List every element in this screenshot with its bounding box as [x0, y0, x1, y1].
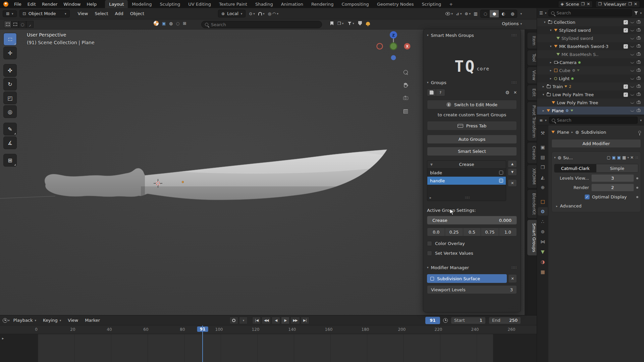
xray-toggle[interactable]: ▥: [474, 12, 477, 16]
workspace-tab-sculpting[interactable]: Sculpting: [156, 0, 184, 8]
animate-dot-icon[interactable]: [636, 196, 638, 198]
editor-type-dropdown[interactable]: ▾: [545, 11, 547, 15]
settings-gear-icon[interactable]: ⚙: [505, 90, 509, 95]
help-button[interactable]: ?: [436, 89, 445, 96]
disable-render-icon[interactable]: [637, 69, 641, 72]
tab-pivot-transform[interactable]: Pivot Transform: [527, 102, 537, 141]
switch-edit-mode-button[interactable]: i Switch to Edit Mode: [427, 100, 517, 109]
show-in-edit-mode-toggle[interactable]: ▣: [612, 156, 615, 160]
end-frame-field[interactable]: End 250: [489, 317, 521, 324]
hide-viewport-icon[interactable]: [630, 69, 634, 71]
crease-slider[interactable]: Crease 0.000: [427, 216, 517, 225]
preview-range-icon[interactable]: [443, 318, 448, 323]
tab-view-layer[interactable]: ❐: [538, 163, 548, 171]
tool-add-cube[interactable]: ⊞: [3, 154, 17, 167]
filter-dropdown[interactable]: ▾: [347, 22, 354, 25]
expand-arrow-icon[interactable]: ▸: [542, 109, 545, 112]
optimal-display-checkbox[interactable]: ✓: [585, 194, 590, 199]
disable-render-icon[interactable]: [637, 93, 641, 96]
workspace-tab-scripting[interactable]: Scripting: [418, 0, 445, 8]
new-view-layer-icon[interactable]: ❐: [628, 2, 632, 6]
breadcrumb-object[interactable]: Plane: [557, 130, 569, 135]
unlink-scene-icon[interactable]: ✕: [587, 2, 590, 6]
perspective-toggle-button[interactable]: [401, 107, 410, 116]
preset-075[interactable]: 0.75: [481, 228, 499, 236]
options-dropdown[interactable]: Options▾: [502, 21, 522, 26]
tab-material[interactable]: ◑: [538, 257, 548, 266]
tab-object[interactable]: □: [538, 197, 548, 205]
add-workspace-button[interactable]: +: [445, 0, 457, 8]
animate-dot-icon[interactable]: [636, 187, 638, 189]
groups-section-header[interactable]: ▾ Groups ∷∷: [427, 79, 517, 86]
viewport-levels-field[interactable]: Viewport Levels 3: [427, 285, 517, 294]
move-group-up-button[interactable]: ▲: [508, 160, 517, 168]
tool-search[interactable]: [201, 21, 322, 28]
menu-edit[interactable]: Edit: [24, 0, 39, 8]
outliner-row-mk-basemesh-data[interactable]: MK BaseMesh S..: [537, 50, 644, 58]
outliner-row-cube[interactable]: ▸ Cube ⚙: [537, 66, 644, 74]
collapse-icon[interactable]: ▾: [427, 34, 429, 37]
tool-transform[interactable]: ◎: [3, 105, 17, 118]
menu-add[interactable]: Add: [112, 11, 127, 16]
catmull-clark-tab[interactable]: Catmull-Clark: [554, 164, 596, 172]
hide-viewport-icon[interactable]: [630, 85, 634, 87]
preset-025[interactable]: 0.25: [445, 228, 463, 236]
grid-toggle[interactable]: ⊞: [183, 21, 186, 25]
disable-render-icon[interactable]: [637, 45, 641, 48]
timeline-body[interactable]: [0, 334, 537, 362]
press-tab-button[interactable]: ••• Press Tab: [427, 121, 517, 130]
properties-editor-icon[interactable]: ≡: [539, 118, 543, 122]
shading-material-button[interactable]: ◐: [499, 10, 508, 17]
workspace-tab-layout[interactable]: Layout: [105, 0, 128, 8]
editor-type-dropdown[interactable]: ▾: [545, 119, 547, 122]
menu-view[interactable]: View: [65, 318, 81, 323]
hide-viewport-icon[interactable]: [630, 29, 634, 31]
animate-dot-icon[interactable]: [636, 177, 638, 179]
preset-0[interactable]: 0.0: [427, 228, 445, 236]
outliner-row-light[interactable]: ▸ Light: [537, 74, 644, 82]
menu-render[interactable]: Render: [39, 0, 60, 8]
auto-groups-button[interactable]: Auto Groups: [427, 135, 517, 144]
filter-triangle-icon[interactable]: ▼: [430, 163, 433, 166]
group-list-header[interactable]: ▼ Crease: [427, 161, 506, 169]
disable-render-icon[interactable]: [637, 29, 641, 32]
tab-item[interactable]: Item: [527, 32, 537, 49]
menu-view[interactable]: View: [74, 11, 92, 16]
outliner-search-input[interactable]: [556, 10, 629, 15]
tool-move[interactable]: ✜: [3, 64, 17, 77]
circle-toggle[interactable]: ◌: [176, 21, 179, 25]
outliner-row-palm-tree[interactable]: ▾ Low Poly Palm Tree ✓: [537, 90, 644, 99]
tab-smart-groups[interactable]: Smart Groups: [527, 220, 537, 256]
preset-05[interactable]: 0.5: [463, 228, 481, 236]
expand-arrow-icon[interactable]: ▾: [543, 20, 546, 24]
workspace-tab-compositing[interactable]: Compositing: [337, 0, 373, 8]
modifier-header[interactable]: ▾ ◍ Su... ▢ ▣ ▣ ▦ ▾ ✕ ∷: [554, 154, 638, 162]
modifier-manager-header[interactable]: ▾ Modifier Manager ∷∷: [427, 264, 517, 271]
scene-selector[interactable]: ◈ Scene ❐ ✕: [558, 1, 593, 8]
overlay-square-toggle[interactable]: ▣: [162, 21, 166, 25]
menu-playback[interactable]: Playback▾: [10, 318, 40, 323]
remove-modifier-button[interactable]: ✕: [508, 274, 517, 283]
new-scene-icon[interactable]: ❐: [581, 2, 585, 6]
subdivision-surface-button[interactable]: Subdivision Surface: [427, 274, 507, 283]
outliner-row-mk-basemesh[interactable]: ▾ MK BaseMesh Sword-3 ✓: [537, 42, 644, 50]
workspace-tab-modeling[interactable]: Modeling: [128, 0, 156, 8]
exclude-checkbox[interactable]: ✓: [624, 93, 628, 97]
outliner-row-plane[interactable]: ▸ Plane ⚙: [537, 107, 644, 115]
tab-output[interactable]: ▤: [538, 153, 548, 161]
workspace-tab-uv-editing[interactable]: UV Editing: [184, 0, 215, 8]
disable-render-icon[interactable]: [637, 109, 641, 112]
tab-create[interactable]: Create: [527, 142, 537, 164]
add-modifier-button[interactable]: Add Modifier: [551, 139, 641, 148]
tab-blenderkit[interactable]: BlenderKit: [527, 189, 537, 219]
group-item-handle[interactable]: handle: [427, 177, 506, 185]
delete-modifier-icon[interactable]: ✕: [630, 156, 634, 160]
blender-logo-icon[interactable]: [3, 2, 8, 7]
hide-viewport-icon[interactable]: [630, 94, 634, 96]
shading-dropdown[interactable]: ▾: [520, 12, 522, 15]
outliner-row-train[interactable]: ▸ Train 2 ✓: [537, 82, 644, 90]
shading-wireframe-button[interactable]: ◌: [481, 10, 490, 17]
disable-render-icon[interactable]: [637, 21, 641, 23]
camera-view-button[interactable]: [401, 94, 410, 103]
channels-expand-icon[interactable]: ▸: [2, 336, 4, 341]
